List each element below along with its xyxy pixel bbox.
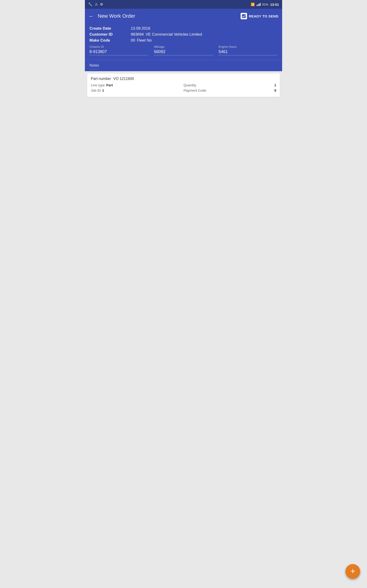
customer-id-value: 983694 (131, 32, 144, 37)
chassis-id-group: Chassis ID 8-913807 (90, 45, 148, 55)
ready-to-send-button[interactable]: READY TO SEND (241, 13, 278, 19)
content-area: Part number VO 1211600 Line type Part Qu… (85, 71, 282, 163)
quantity-label: Quantity (184, 83, 196, 87)
customer-name: VE Commercial Vehicles Limited (146, 32, 202, 37)
back-button[interactable]: ← (89, 13, 94, 19)
settings-icon: ⚙ (100, 2, 103, 6)
part-number-value: VO 1211600 (113, 77, 134, 81)
status-bar: 🔧 ⚠ ⚙ 📶 61% 13:01 (85, 0, 282, 9)
part-card[interactable]: Part number VO 1211600 Line type Part Qu… (87, 73, 280, 97)
battery-indicator: 61% (262, 3, 268, 6)
job-id-group: Job ID 1 (91, 88, 184, 92)
app-bar-left: ← New Work Order (89, 13, 135, 19)
line-type-label: Line type (91, 83, 105, 87)
job-id-label: Job ID (91, 88, 101, 92)
create-date-value: 13.09.2016 (131, 26, 150, 31)
quantity-group: Quantity 1 (184, 83, 276, 87)
warning-icon: ⚠ (95, 2, 98, 6)
engine-hours-label: Engine Hours (219, 45, 277, 48)
chassis-id-value: 8-913807 (90, 49, 148, 55)
customer-id-row: Customer ID 983694 VE Commercial Vehicle… (90, 32, 277, 37)
make-code-row: Make Code 00 Fleet No (90, 38, 277, 43)
payment-code-value: 9 (274, 88, 276, 92)
create-date-row: Create Date 13.09.2016 (90, 26, 277, 31)
ready-to-send-label: READY TO SEND (249, 14, 278, 18)
make-code-value: 00 (131, 38, 135, 43)
vehicle-fields-row: Chassis ID 8-913807 Mileage 56092 Engine… (90, 45, 277, 55)
clock: 13:01 (270, 2, 279, 6)
quantity-value: 1 (274, 83, 276, 87)
line-type-group: Line type Part (91, 83, 184, 87)
payment-code-group: Payment Code 9 (184, 88, 276, 92)
create-date-label: Create Date (90, 26, 131, 31)
mileage-label: Mileage (154, 45, 213, 48)
job-id-payment-row: Job ID 1 Payment Code 9 (91, 88, 276, 92)
mileage-group: Mileage 56092 (154, 45, 213, 55)
engine-hours-group: Engine Hours 5461 (219, 45, 277, 55)
notes-label: Notes (90, 63, 99, 69)
payment-code-label: Payment Code (184, 88, 206, 92)
notes-section: Notes (85, 60, 282, 71)
engine-hours-value: 5461 (219, 49, 277, 55)
chassis-id-label: Chassis ID (90, 45, 148, 48)
fleet-no-label: Fleet No (137, 38, 152, 43)
status-right: 📶 61% 13:01 (251, 2, 279, 6)
make-code-label: Make Code (90, 38, 131, 43)
header-info: Create Date 13.09.2016 Customer ID 98369… (85, 23, 282, 60)
mileage-value: 56092 (154, 49, 213, 55)
customer-id-label: Customer ID (90, 32, 131, 37)
line-type-value: Part (106, 83, 113, 87)
wifi-icon: 📶 (251, 2, 255, 6)
signal-bars (257, 3, 261, 6)
ready-check-icon (241, 13, 247, 19)
part-number-label: Part number (91, 77, 111, 81)
wrench-icon: 🔧 (88, 2, 92, 6)
job-id-value: 1 (102, 88, 104, 92)
page-title: New Work Order (98, 13, 135, 19)
line-type-quantity-row: Line type Part Quantity 1 (91, 83, 276, 87)
status-icons: 🔧 ⚠ ⚙ (88, 2, 103, 6)
app-bar: ← New Work Order READY TO SEND (85, 9, 282, 23)
part-number-row: Part number VO 1211600 (91, 77, 276, 81)
